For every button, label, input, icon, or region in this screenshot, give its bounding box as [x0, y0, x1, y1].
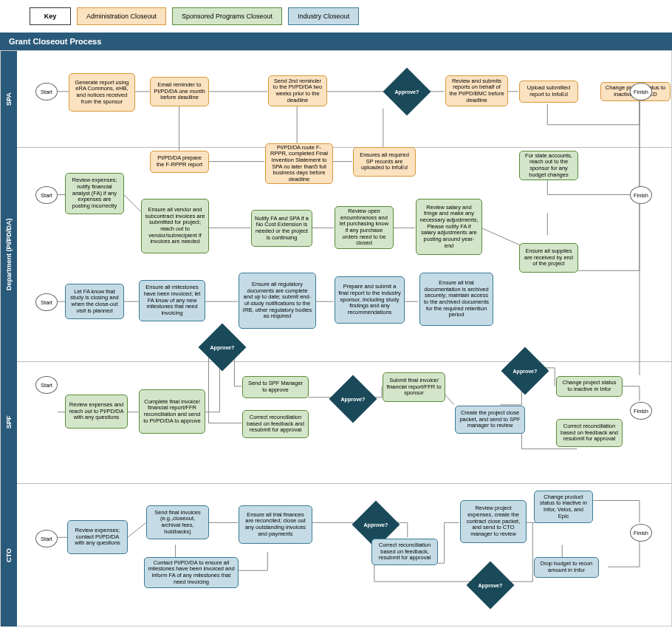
legend: Key Administration Closeout Sponsored Pr… — [0, 0, 672, 33]
spf-send-manager: Send to SPF Manager to approve — [242, 376, 309, 398]
spa-generate-report: Generate report using eRA Commons, eHB, … — [69, 73, 135, 112]
title-bar: Grant Closeout Process — [0, 33, 672, 50]
legend-sponsored: Sponsored Programs Closeout — [172, 7, 282, 25]
spf-approve-3: Approve? — [501, 347, 549, 395]
finish-terminal: Finish — [630, 524, 652, 542]
dept-vendor-invoices: Ensure all vendor and subcontract invoic… — [141, 199, 209, 253]
spf-correct-1: Correct reconciliation based on feedback… — [242, 410, 309, 438]
dept-regulatory: Ensure all regulatory documents are comp… — [239, 273, 316, 329]
spa-route-frppr: PI/PD/DA route F-RPPR, completed Final I… — [265, 143, 333, 184]
spf-final-invoice: Complete final invoice/ financial report… — [139, 389, 205, 434]
cto-contact-pi: Contact PI/PD/DA to ensure all milestone… — [144, 557, 239, 588]
spa-prepare-frppr: PI/PD/DA prepare the F-RPPR report — [150, 151, 209, 173]
dept-study-closing: Let FA know that study is closing and wh… — [65, 284, 124, 319]
spa-2nd-reminder: Send 2nd reminder to the PI/PD/DA two we… — [268, 75, 327, 106]
spa-email-reminder: Email reminder to PI/PD/DA one month bef… — [150, 77, 209, 106]
svg-line-13 — [124, 195, 141, 212]
dept-archive: Ensure all trial documentation is archiv… — [419, 273, 493, 326]
lane-label-dept: Department (PI/PD/DA) — [1, 147, 17, 361]
lane-label-spa: SPA — [1, 51, 17, 147]
spf-approve-2: Approve? — [329, 375, 377, 423]
spf-approve-1: Approve? — [198, 323, 246, 371]
start-terminal: Start — [35, 293, 58, 311]
legend-admin: Administration Closeout — [77, 7, 166, 25]
dept-state-accounts: For state accounts, reach out to the spo… — [519, 151, 578, 180]
dept-encumbrances: Review open encumbrances and let purchas… — [335, 206, 394, 249]
dept-salary-fringe: Review salary and fringe and make any ne… — [416, 199, 482, 255]
cto-review-expenses: Review expenses; contact PI/PD/DA with a… — [67, 520, 128, 554]
finish-terminal: Finish — [630, 186, 652, 204]
lane-label-cto: CTO — [1, 483, 17, 627]
cto-reconcile: Ensure all trial finances are reconciled… — [239, 505, 312, 544]
lane-label-spf: SPF — [1, 361, 17, 483]
cto-close-packet: Review project expenses, create the cont… — [460, 500, 527, 543]
start-terminal: Start — [35, 376, 58, 394]
legend-industry: Industry Closeout — [288, 7, 359, 25]
spf-change-status: Change project status to inactive in Inf… — [556, 376, 623, 397]
svg-line-30 — [128, 522, 146, 537]
spa-ensure-records: Ensures all required SP records are uplo… — [353, 147, 416, 177]
start-terminal: Start — [35, 83, 58, 100]
spa-approve-decision: Approve? — [383, 67, 431, 115]
legend-key: Key — [30, 7, 71, 25]
start-terminal: Start — [35, 530, 58, 547]
cto-change-status: Change product status to inactive in Inf… — [534, 491, 593, 523]
flowchart: SPA Department (PI/PD/DA) SPF CTO — [0, 50, 672, 627]
cto-correct: Correct reconciliation based on feedback… — [371, 539, 438, 565]
finish-terminal: Finish — [630, 83, 652, 100]
cto-approve-2: Approve? — [466, 561, 514, 609]
cto-send-invoices: Send final invoices (e.g.,closeout, arch… — [146, 505, 209, 539]
dept-review-expenses: Review expenses; notify financial analys… — [65, 173, 124, 214]
spf-submit-sponsor: Submit final invoice/ financial report/F… — [383, 372, 445, 402]
spf-review-expenses: Review expenses and reach out to PI/PD/D… — [65, 395, 128, 429]
dept-supplies: Ensure all supplies are received by end … — [519, 243, 578, 273]
spa-upload-infoed: Upload submitted report to InfoEd — [519, 81, 578, 103]
svg-line-27 — [445, 394, 454, 405]
spf-correct-2: Correct reconciliation based on feedback… — [556, 419, 623, 447]
dept-final-report: Prepare and submit a final report to the… — [335, 276, 405, 324]
spa-review-submits: Review and submits reports on behalf of … — [445, 75, 508, 106]
start-terminal: Start — [35, 186, 58, 204]
finish-terminal: Finish — [630, 402, 652, 420]
cto-drop-budget: Drop budget to recon amount in Infor — [534, 557, 599, 578]
dept-notify-nce: Notify FA and SPA if a No Cost Extension… — [251, 210, 312, 247]
dept-milestones: Ensure all milestones have been invoiced… — [139, 280, 205, 321]
spf-close-packet: Create the project close packet, and sen… — [455, 406, 525, 434]
